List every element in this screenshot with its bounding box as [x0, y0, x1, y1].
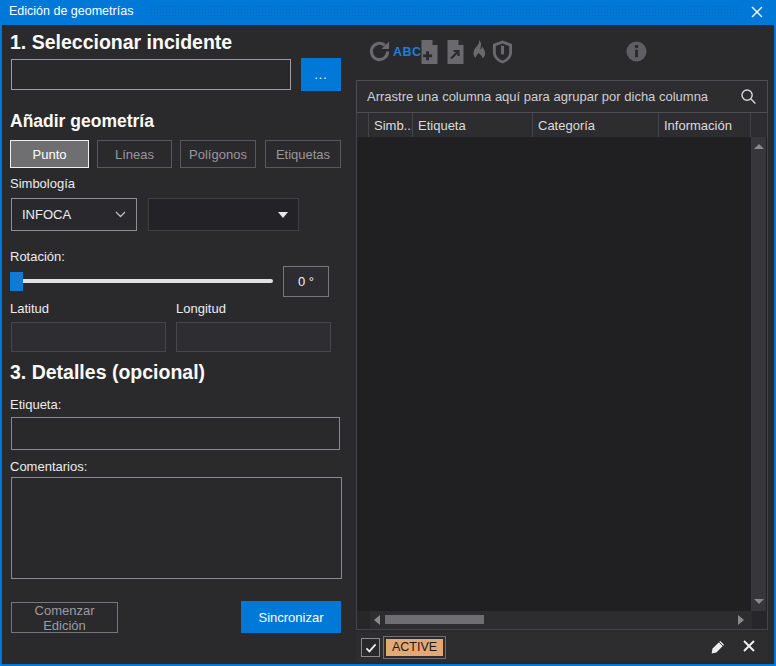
- row-indicator-header: [357, 113, 369, 137]
- scroll-up-icon[interactable]: [754, 144, 764, 149]
- titlebar-texture: [150, 5, 738, 21]
- comentarios-label: Comentarios:: [10, 459, 87, 474]
- scroll-left-icon[interactable]: [374, 615, 380, 625]
- symbology-select[interactable]: INFOCA: [11, 198, 137, 231]
- group-by-hint: Arrastre una columna aquí para agrupar p…: [367, 89, 708, 104]
- title-bar[interactable]: Edición de geometrías: [0, 0, 776, 25]
- browse-incident-button[interactable]: ...: [301, 58, 341, 91]
- close-icon: [751, 4, 763, 22]
- sync-button[interactable]: Sincronizar: [241, 601, 341, 633]
- column-header-simbolo[interactable]: Simb...: [369, 113, 413, 137]
- geometry-type-punto-button[interactable]: Punto: [10, 140, 89, 168]
- symbology-select-value: INFOCA: [22, 207, 71, 222]
- incident-input[interactable]: [11, 59, 291, 90]
- column-header-categoria[interactable]: Categoría: [533, 113, 659, 137]
- horizontal-scrollbar-thumb[interactable]: [385, 615, 484, 624]
- rotation-slider-thumb[interactable]: [10, 272, 23, 291]
- add-file-icon[interactable]: [419, 40, 440, 68]
- latitude-label: Latitud: [10, 301, 49, 316]
- longitude-input[interactable]: [176, 322, 331, 352]
- comentarios-textarea[interactable]: [11, 477, 342, 579]
- etiqueta-input[interactable]: [11, 417, 340, 450]
- scrollbar-corner-right: [752, 611, 767, 629]
- scrollbar-corner-left: [357, 611, 370, 629]
- etiqueta-label: Etiqueta:: [10, 397, 61, 412]
- section-select-incident-title: 1. Seleccionar incidente: [10, 31, 232, 54]
- vertical-scrollbar[interactable]: [751, 137, 766, 611]
- horizontal-scrollbar[interactable]: [356, 611, 768, 630]
- active-filter-cell[interactable]: ACTIVE: [383, 636, 446, 659]
- checkmark-icon: [365, 639, 377, 657]
- column-header-informacion[interactable]: Información: [659, 113, 751, 137]
- geometry-type-poligonos-button[interactable]: Polígonos: [180, 140, 256, 168]
- symbol-select[interactable]: [148, 198, 299, 231]
- symbology-label: Simbología: [10, 176, 75, 191]
- geometry-type-lineas-button[interactable]: Líneas: [97, 140, 172, 168]
- table-body[interactable]: [356, 137, 768, 611]
- group-by-bar[interactable]: Arrastre una columna aquí para agrupar p…: [356, 80, 768, 113]
- table-header-row: Simb... Etiqueta Categoría Información: [356, 113, 768, 137]
- active-filter-checkbox[interactable]: [361, 638, 380, 657]
- close-window-button[interactable]: [746, 2, 768, 23]
- geometry-type-etiquetas-button[interactable]: Etiquetas: [265, 140, 341, 168]
- scroll-down-icon[interactable]: [754, 599, 764, 604]
- section-add-geometry-title: Añadir geometría: [10, 111, 154, 132]
- start-edit-button[interactable]: Comenzar Edición: [11, 602, 118, 633]
- export-file-icon[interactable]: [445, 40, 466, 68]
- search-icon[interactable]: [740, 88, 757, 105]
- shield-icon[interactable]: [492, 40, 513, 68]
- rotation-value: 0 °: [283, 266, 329, 297]
- rotation-slider-track[interactable]: [11, 279, 273, 283]
- column-header-etiqueta[interactable]: Etiqueta: [413, 113, 533, 137]
- section-details-title: 3. Detalles (opcional): [10, 361, 205, 384]
- active-status-badge: ACTIVE: [386, 639, 443, 656]
- edit-filter-pencil-icon[interactable]: [710, 639, 726, 655]
- triangle-down-icon: [278, 212, 288, 218]
- info-icon[interactable]: [626, 41, 647, 66]
- refresh-icon[interactable]: [368, 40, 391, 67]
- column-header-filler: [751, 113, 767, 137]
- rotation-label: Rotación:: [10, 249, 65, 264]
- geometry-edit-dialog: Edición de geometrías 1. Seleccionar inc…: [0, 0, 776, 666]
- abc-rename-tool[interactable]: ABC: [393, 45, 422, 59]
- chevron-down-icon: [115, 211, 126, 218]
- longitude-label: Longitud: [176, 301, 226, 316]
- latitude-input[interactable]: [11, 322, 166, 352]
- clear-filter-x-icon[interactable]: [742, 639, 756, 653]
- flame-icon[interactable]: [469, 40, 489, 68]
- scroll-right-icon[interactable]: [738, 615, 744, 625]
- grid-status-bar: ACTIVE: [356, 632, 768, 662]
- window-title: Edición de geometrías: [9, 4, 133, 18]
